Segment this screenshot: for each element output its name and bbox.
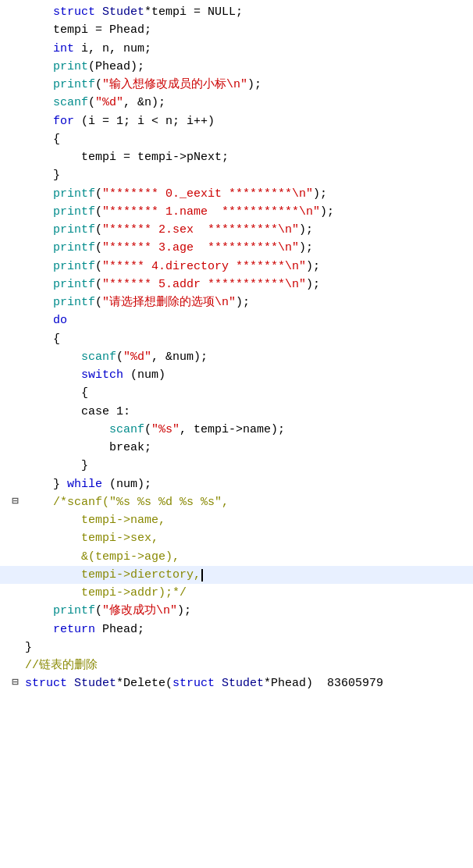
token: int (53, 42, 74, 55)
line-text: tempi = Phead; (23, 21, 473, 39)
code-line: tempi = Phead; (0, 21, 473, 39)
token: { (53, 133, 60, 146)
code-line: printf("修改成功\n"); (0, 602, 473, 620)
line-text: scanf("%d", &num); (23, 348, 473, 366)
token: ( (95, 187, 102, 201)
token: *Delete( (116, 677, 172, 690)
line-text: tempi->addr);*/ (23, 584, 473, 602)
token: i, n, num; (74, 42, 151, 55)
token: do (53, 314, 67, 327)
token: ); (299, 241, 313, 254)
code-line: struct Studet*tempi = NULL; (0, 3, 473, 21)
token: ( (95, 604, 102, 617)
token: printf (53, 296, 95, 309)
token: ); (177, 604, 191, 617)
line-text: { (23, 330, 473, 348)
collapse-icon[interactable]: ⊟ (12, 493, 19, 510)
line-gutter: ⊟ (0, 493, 23, 510)
token: ( (95, 278, 102, 291)
token: 83605979 (327, 677, 383, 690)
line-text: &(tempi->age), (23, 548, 473, 566)
token: for (53, 115, 74, 128)
line-text: switch (num) (23, 366, 473, 384)
code-line: } while (num); (0, 475, 473, 493)
code-line: ⊟struct Studet*Delete(struct Studet*Phea… (0, 674, 473, 692)
token: print (53, 60, 88, 73)
code-line: //链表的删除 (0, 656, 473, 674)
line-text: } (23, 639, 473, 656)
token: , &n); (123, 96, 165, 109)
line-text: printf("******* 1.name ***********\n"); (23, 203, 473, 221)
code-line: } (0, 457, 473, 475)
line-text: printf("请选择想删除的选项\n"); (23, 293, 473, 311)
code-line: break; (0, 439, 473, 457)
code-line: scanf("%s", tempi->name); (0, 421, 473, 439)
token: "****** 3.age **********\n" (102, 241, 299, 254)
token: printf (53, 78, 95, 91)
token: /*scanf("%s %s %d %s %s", (53, 496, 229, 509)
code-line: { (0, 330, 473, 348)
token: "%d" (95, 96, 123, 109)
code-line: ⊟ /*scanf("%s %s %d %s %s", (0, 493, 473, 511)
token: "****** 2.sex **********\n" (102, 223, 299, 237)
token: ( (95, 296, 102, 309)
line-text: do (23, 311, 473, 329)
line-text: { (23, 130, 473, 148)
line-text: tempi->sex, (23, 529, 473, 547)
line-text: //链表的删除 (23, 656, 473, 674)
token: scanf (109, 423, 144, 436)
line-text: break; (23, 439, 473, 457)
token: "修改成功\n" (102, 604, 177, 617)
line-text: /*scanf("%s %s %d %s %s", (23, 493, 473, 511)
token: tempi->name, (81, 514, 165, 527)
line-text: tempi = tempi->pNext; (23, 148, 473, 166)
line-text: struct Studet*tempi = NULL; (23, 3, 473, 21)
code-line: print(Phead); (0, 58, 473, 76)
collapse-icon[interactable]: ⊟ (12, 674, 19, 692)
code-line: } (0, 166, 473, 184)
token: { (53, 333, 60, 346)
token: tempi->sex, (81, 532, 158, 545)
line-text: } (23, 457, 473, 475)
token: ( (144, 423, 151, 436)
token: ( (95, 78, 102, 91)
code-line: switch (num) (0, 366, 473, 384)
token: "%s" (151, 423, 180, 436)
token: tempi = Phead; (53, 23, 151, 37)
code-line: } (0, 639, 473, 656)
token: "请选择想删除的选项\n" (102, 296, 236, 309)
token: scanf (81, 350, 116, 364)
token: printf (53, 205, 95, 219)
line-text: int i, n, num; (23, 40, 473, 58)
token: ); (236, 296, 250, 309)
token: printf (53, 241, 95, 254)
token: , &num); (151, 350, 208, 364)
token: ( (95, 205, 102, 219)
token: , tempi->name); (180, 423, 285, 436)
line-text: scanf("%d", &n); (23, 94, 473, 112)
token: return (53, 623, 95, 636)
code-line: for (i = 1; i < n; i++) (0, 112, 473, 130)
token: //链表的删除 (25, 659, 98, 672)
token: Studet (222, 677, 264, 690)
token: (i = 1; i < n; i++) (74, 115, 215, 128)
code-line: printf("输入想修改成员的小标\n"); (0, 76, 473, 94)
token: *Phead) (264, 677, 327, 690)
token: "****** 5.addr ***********\n" (102, 278, 306, 291)
token: "******* 0._eexit *********\n" (102, 187, 313, 201)
token: struct (53, 5, 102, 19)
token: tempi->addr);*/ (81, 586, 187, 599)
token: while (67, 478, 102, 491)
code-line: return Phead; (0, 621, 473, 639)
token: { (81, 386, 88, 400)
token: "输入想修改成员的小标\n" (102, 78, 247, 91)
token: ); (247, 78, 261, 91)
token: (num) (123, 368, 165, 382)
code-line: tempi->dierctory, (0, 566, 473, 584)
line-text: tempi->name, (23, 511, 473, 529)
line-text: { (23, 384, 473, 402)
line-text: printf("******* 0._eexit *********\n"); (23, 185, 473, 203)
line-text: tempi->dierctory, (23, 566, 473, 584)
token: ( (95, 260, 102, 273)
line-text: struct Studet*Delete(struct Studet*Phead… (23, 674, 473, 692)
